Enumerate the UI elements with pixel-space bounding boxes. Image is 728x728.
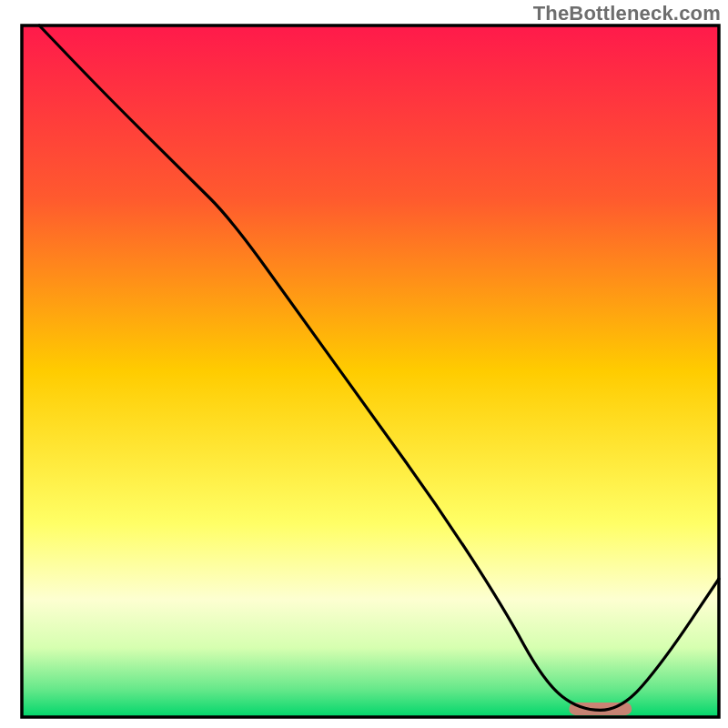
attribution-label: TheBottleneck.com bbox=[533, 2, 721, 25]
chart-container: TheBottleneck.com bbox=[0, 0, 728, 728]
gradient-background bbox=[22, 25, 719, 717]
bottleneck-chart bbox=[0, 0, 728, 728]
